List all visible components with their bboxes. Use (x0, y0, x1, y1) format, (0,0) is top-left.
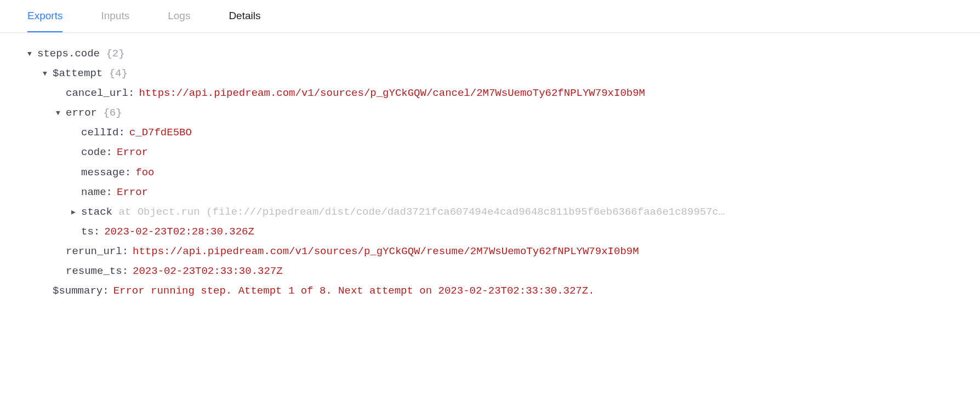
value-text: Error (117, 142, 148, 162)
value-text: foo (135, 163, 154, 182)
key-label: $attempt (53, 64, 102, 83)
tree-node-error[interactable]: ▼ error {6} (27, 103, 953, 123)
count-badge: {2} (106, 44, 124, 64)
key-label: ts (81, 222, 94, 242)
tab-details[interactable]: Details (229, 10, 260, 32)
tab-exports[interactable]: Exports (27, 10, 62, 32)
key-label: code (81, 142, 106, 162)
value-text: Error running step. Attempt 1 of 8. Next… (113, 281, 595, 301)
key-label: cellId (81, 123, 118, 142)
tab-bar: Exports Inputs Logs Details (0, 0, 980, 33)
tree-node-attempt[interactable]: ▼ $attempt {4} (27, 64, 953, 83)
caret-down-icon[interactable]: ▼ (43, 67, 53, 81)
tree-leaf-resume-ts[interactable]: resume_ts: 2023-02-23T02:33:30.327Z (27, 261, 953, 281)
key-label: name (81, 182, 106, 202)
tree-leaf-ts[interactable]: ts: 2023-02-23T02:28:30.326Z (27, 222, 953, 242)
key-label: message (81, 163, 125, 182)
tree-leaf-cancel-url[interactable]: cancel_url: https://api.pipedream.com/v1… (27, 83, 953, 103)
tree-content: ▼ steps.code {2} ▼ $attempt {4} cancel_u… (0, 33, 980, 312)
tree-leaf-cellid[interactable]: cellId: c_D7fdE5BO (27, 123, 953, 142)
tab-logs[interactable]: Logs (168, 10, 190, 32)
tree-node-stack[interactable]: ▶ stack at Object.run (file:///pipedream… (27, 202, 953, 222)
value-text: 2023-02-23T02:33:30.327Z (133, 261, 283, 281)
key-label: steps.code (37, 44, 100, 64)
ellipsis: … (719, 202, 725, 222)
key-label: error (66, 103, 97, 123)
tree-leaf-code[interactable]: code: Error (27, 142, 953, 162)
value-text: 2023-02-23T02:28:30.326Z (104, 222, 254, 242)
count-badge: {6} (103, 103, 122, 123)
stack-preview: at Object.run (file:///pipedream/dist/co… (118, 202, 719, 222)
caret-down-icon[interactable]: ▼ (56, 107, 66, 121)
value-text: https://api.pipedream.com/v1/sources/p_g… (139, 83, 645, 103)
key-label: rerun_url (66, 242, 122, 261)
tree-leaf-summary[interactable]: $summary: Error running step. Attempt 1 … (27, 281, 953, 301)
tree-leaf-name[interactable]: name: Error (27, 182, 953, 202)
value-text: Error (117, 182, 148, 202)
value-text: https://api.pipedream.com/v1/sources/p_g… (133, 242, 639, 261)
tree-leaf-rerun-url[interactable]: rerun_url: https://api.pipedream.com/v1/… (27, 242, 953, 261)
value-text: c_D7fdE5BO (129, 123, 192, 142)
caret-down-icon[interactable]: ▼ (27, 48, 37, 61)
count-badge: {4} (109, 64, 128, 83)
key-label: cancel_url (66, 83, 128, 103)
key-label: stack (81, 202, 112, 222)
caret-right-icon[interactable]: ▶ (71, 206, 81, 220)
tab-inputs[interactable]: Inputs (101, 10, 129, 32)
key-label: resume_ts (66, 261, 122, 281)
tree-node-root[interactable]: ▼ steps.code {2} (27, 44, 953, 64)
tree-leaf-message[interactable]: message: foo (27, 163, 953, 182)
key-label: $summary (53, 281, 102, 301)
